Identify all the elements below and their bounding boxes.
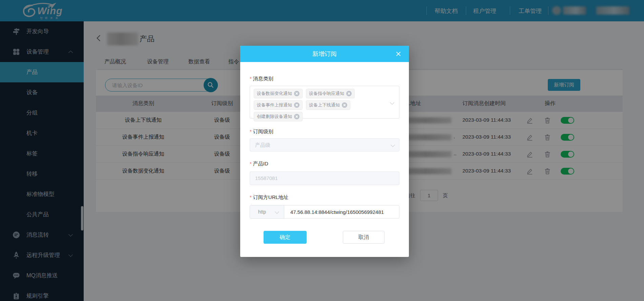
chevron-down-icon — [391, 143, 395, 147]
tag-remove-icon[interactable] — [346, 91, 352, 96]
tag-remove-icon[interactable] — [342, 102, 347, 108]
selected-tag: 设备上下线通知 — [306, 100, 350, 110]
subscriber-url-input[interactable] — [284, 205, 399, 218]
confirm-button[interactable]: 确定 — [264, 231, 307, 244]
product-id-input[interactable] — [255, 172, 384, 184]
selected-tag: 设备数据变化通知 — [254, 89, 303, 98]
protocol-value: http — [258, 209, 266, 215]
cancel-button[interactable]: 取消 — [343, 231, 385, 244]
add-subscription-modal: 新增订阅 *消息类别 设备数据变化通知 设备指令响应通知 设备事件上报通知 设备… — [240, 46, 409, 257]
protocol-select[interactable]: http — [250, 205, 284, 218]
selected-tag: 设备指令响应通知 — [306, 89, 355, 98]
modal-title: 新增订阅 — [240, 50, 409, 58]
required-mark: * — [250, 161, 252, 166]
sub-level-select[interactable]: 产品级 — [250, 138, 399, 152]
required-mark: * — [250, 128, 252, 134]
field-label-subscriber-url: *订阅方URL地址 — [250, 194, 289, 201]
field-label-sub-level: *订阅级别 — [250, 128, 273, 135]
message-type-multiselect[interactable]: 设备数据变化通知 设备指令响应通知 设备事件上报通知 设备上下线通知 创建删除设… — [250, 86, 399, 119]
sub-level-value: 产品级 — [255, 142, 270, 148]
tag-remove-icon[interactable] — [294, 114, 299, 119]
chevron-down-icon — [275, 209, 279, 214]
close-icon[interactable] — [395, 51, 401, 57]
chevron-down-icon — [390, 100, 394, 105]
tag-remove-icon[interactable] — [294, 91, 299, 96]
field-label-message-type: *消息类别 — [250, 76, 273, 82]
modal-header: 新增订阅 — [240, 46, 409, 62]
product-id-field — [250, 172, 399, 185]
selected-tag: 创建删除设备通知 — [254, 112, 303, 121]
subscriber-url-field: http — [250, 205, 399, 219]
selected-tag: 设备事件上报通知 — [254, 100, 303, 110]
required-mark: * — [250, 76, 252, 81]
app-root: Wing 智联未来 帮助文档 租户管理 工单管理 开发向导 设备管 — [0, 0, 644, 301]
tag-remove-icon[interactable] — [294, 102, 299, 108]
field-label-product-id: *产品ID — [250, 161, 268, 167]
required-mark: * — [250, 194, 252, 200]
